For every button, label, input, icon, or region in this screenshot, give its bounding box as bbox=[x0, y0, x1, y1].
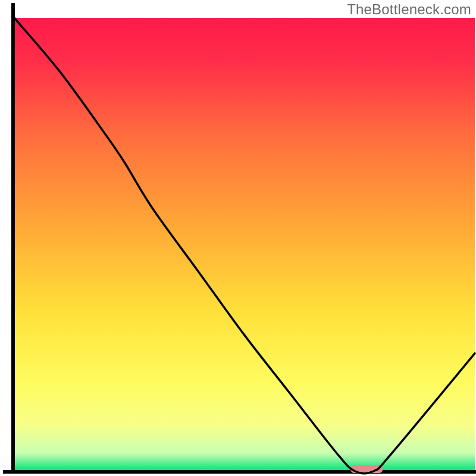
chart-canvas: TheBottleneck.com bbox=[0, 0, 476, 476]
watermark-text: TheBottleneck.com bbox=[347, 1, 471, 18]
plot-background bbox=[14, 18, 475, 471]
chart-svg bbox=[0, 0, 476, 476]
